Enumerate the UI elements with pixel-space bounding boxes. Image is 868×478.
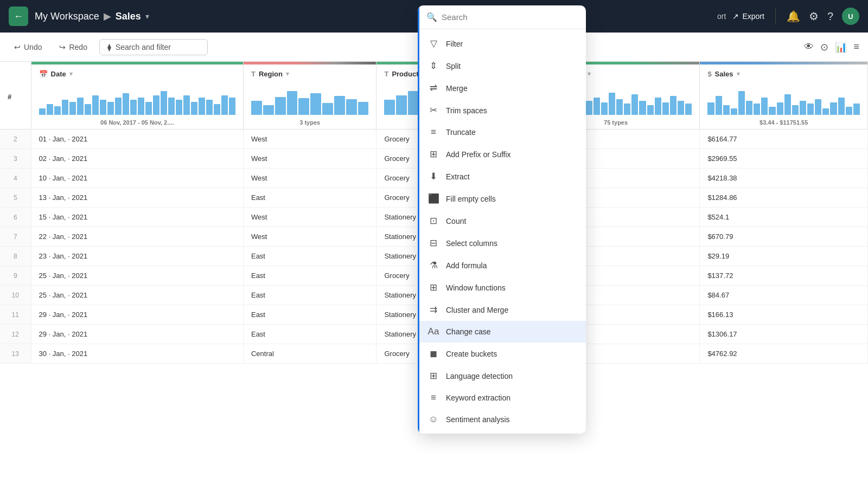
export-icon: ↗	[732, 12, 739, 21]
sales-cell: $524.1	[700, 208, 868, 227]
search-icon: 🔍	[426, 12, 437, 22]
select_cols-icon: ⊟	[427, 237, 439, 249]
date-cell: 10 · Jan, · 2021	[31, 169, 243, 188]
date-histogram	[31, 83, 243, 117]
sales-cell: $4762.92	[700, 344, 868, 364]
date-cell: 25 · Jan, · 2021	[31, 286, 243, 305]
customer-sort-arrow: ▾	[588, 70, 591, 77]
menu-item-prefix[interactable]: ⊞ Add Prefix or Suffix	[418, 143, 586, 165]
menu-item-cluster[interactable]: ⇉ Cluster and Merge	[418, 299, 586, 321]
menu-item-merge[interactable]: ⇌ Merge	[418, 77, 586, 99]
menu-item-window[interactable]: ⊞ Window functions	[418, 276, 586, 299]
undo-icon: ↩	[14, 43, 21, 51]
redo-button[interactable]: ↪ Redo	[54, 40, 92, 55]
search-dropdown-menu: 🔍 ▽ Filter ⇕ Split ⇌ Merge ✂ Trim spaces…	[418, 5, 586, 434]
sales-cell: $84.67	[700, 286, 868, 305]
filter-icon: ▽	[427, 38, 439, 49]
date-cell: 25 · Jan, · 2021	[31, 266, 243, 286]
region-cell: Central	[243, 344, 376, 364]
sales-stat-label: $3.44 - $11751.55	[700, 119, 867, 129]
workspace-label: My Workspace	[35, 11, 99, 22]
date-cell: 22 · Jan, · 2021	[31, 227, 243, 247]
fill-icon: ⬛	[427, 193, 439, 204]
help-icon[interactable]: ?	[827, 10, 833, 23]
menu-item-split[interactable]: ⇕ Split	[418, 55, 586, 77]
header-divider	[775, 8, 776, 24]
undo-button[interactable]: ↩ Undo	[9, 40, 47, 55]
region-cell: West	[243, 208, 376, 227]
buckets-label: Create buckets	[446, 350, 497, 358]
keyword-icon: ≡	[427, 392, 439, 403]
notification-icon[interactable]: 🔔	[787, 10, 800, 23]
sales-cell: $6164.77	[700, 130, 868, 149]
search-filter-button[interactable]: ⧫ Search and filter	[99, 39, 208, 55]
col-date-header[interactable]: 📅 Date ▾ 06 Nov, 2017 - 05 Nov, 2....	[31, 62, 243, 130]
search-input[interactable]	[442, 12, 577, 22]
filter-label: Filter	[446, 40, 463, 48]
page-dropdown-arrow[interactable]: ▾	[145, 12, 149, 21]
menu-item-language[interactable]: ⊞ Language detection	[418, 365, 586, 387]
back-button[interactable]: ←	[9, 7, 28, 26]
date-cell: 15 · Jan, · 2021	[31, 208, 243, 227]
menu-item-extract[interactable]: ⬇ Extract	[418, 165, 586, 188]
date-cell: 01 · Jan, · 2021	[31, 130, 243, 149]
change_case-label: Change case	[446, 327, 491, 336]
menu-item-trim[interactable]: ✂ Trim spaces	[418, 99, 586, 121]
row-num-cell: 13	[0, 344, 31, 364]
formula-label: Add formula	[446, 261, 487, 270]
region-type-icon: T	[251, 70, 256, 78]
menu-item-sentiment[interactable]: ☺ Sentiment analysis	[418, 409, 586, 430]
date-cell: 29 · Jan, · 2021	[31, 325, 243, 344]
change_case-icon: Aa	[427, 326, 439, 337]
settings-icon[interactable]: ⚙	[809, 10, 819, 23]
merge-icon: ⇌	[427, 82, 439, 94]
region-cell: East	[243, 247, 376, 266]
date-sort-arrow: ▾	[69, 70, 73, 77]
export-button[interactable]: ↗ Export	[732, 12, 764, 21]
language-label: Language detection	[446, 372, 513, 380]
sentiment-icon: ☺	[427, 414, 439, 425]
menu-item-change_case[interactable]: Aa Change case	[418, 321, 586, 343]
avatar[interactable]: U	[842, 8, 859, 25]
menu-item-keyword[interactable]: ≡ Keyword extraction	[418, 387, 586, 409]
chart-icon[interactable]: 📊	[835, 41, 847, 53]
menu-item-fill[interactable]: ⬛ Fill empty cells	[418, 188, 586, 210]
menu-item-count[interactable]: ⊡ Count	[418, 210, 586, 232]
region-cell: East	[243, 188, 376, 208]
formula-icon: ⚗	[427, 260, 439, 271]
sales-cell: $166.13	[700, 305, 868, 325]
sales-histogram	[700, 83, 867, 117]
col-region-header[interactable]: T Region ▾ 3 types	[243, 62, 376, 130]
date-cell: 29 · Jan, · 2021	[31, 305, 243, 325]
date-type-icon: 📅	[39, 70, 48, 78]
menu-item-select_cols[interactable]: ⊟ Select columns	[418, 232, 586, 254]
region-cell: East	[243, 286, 376, 305]
prefix-icon: ⊞	[427, 148, 439, 160]
list-icon[interactable]: ≡	[853, 41, 859, 53]
eye-icon[interactable]: 👁	[804, 41, 814, 53]
date-cell: 23 · Jan, · 2021	[31, 247, 243, 266]
region-cell: West	[243, 130, 376, 149]
search-box: 🔍	[418, 5, 586, 29]
region-cell: West	[243, 149, 376, 169]
date-col-label: Date	[51, 70, 66, 78]
buckets-icon: ◼	[427, 348, 439, 359]
row-num-cell: 5	[0, 188, 31, 208]
menu-item-truncate[interactable]: ≡ Truncate	[418, 121, 586, 143]
truncate-icon: ≡	[427, 127, 439, 138]
menu-item-filter[interactable]: ▽ Filter	[418, 33, 586, 55]
redo-icon: ↪	[59, 43, 66, 51]
col-rownum-header: #	[0, 62, 31, 130]
fill-label: Fill empty cells	[446, 195, 496, 203]
menu-item-buckets[interactable]: ◼ Create buckets	[418, 343, 586, 365]
sentiment-label: Sentiment analysis	[446, 415, 510, 424]
col-sales-header[interactable]: $ Sales ▾ $3.44 - $11751.55	[700, 62, 868, 130]
region-stat-label: 3 types	[244, 119, 376, 129]
menu-item-formula[interactable]: ⚗ Add formula	[418, 254, 586, 276]
toolbar-view-icons: 👁 ⊙ 📊 ≡	[804, 41, 859, 53]
target-icon[interactable]: ⊙	[820, 41, 828, 53]
prefix-label: Add Prefix or Suffix	[446, 150, 511, 159]
region-col-label: Region	[259, 70, 283, 78]
sales-cell: $2969.55	[700, 149, 868, 169]
count-icon: ⊡	[427, 215, 439, 227]
